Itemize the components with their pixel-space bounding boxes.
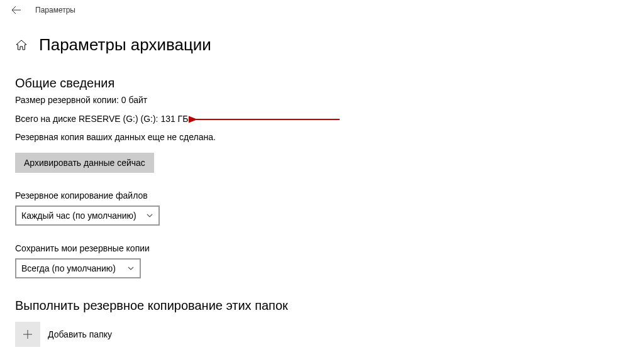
frequency-selected: Каждый час (по умолчанию) — [21, 211, 136, 221]
content-area: Параметры архивации Общие сведения Разме… — [0, 20, 644, 347]
frequency-label: Резервное копирование файлов — [15, 190, 629, 200]
backup-size-text: Размер резервной копии: 0 байт — [15, 94, 629, 107]
window-title: Параметры — [35, 6, 75, 14]
retention-selected: Всегда (по умолчанию) — [21, 263, 116, 273]
back-button[interactable] — [10, 4, 23, 16]
home-button[interactable] — [15, 39, 28, 52]
backup-now-button[interactable]: Архивировать данные сейчас — [15, 153, 154, 173]
page-header: Параметры архивации — [15, 35, 629, 55]
retention-label: Сохранить мои резервные копии — [15, 243, 629, 253]
chevron-down-icon — [127, 265, 135, 272]
add-folder-label: Добавить папку — [48, 329, 112, 339]
add-folder-button[interactable] — [15, 322, 40, 347]
home-icon — [16, 40, 27, 51]
retention-dropdown[interactable]: Всегда (по умолчанию) — [15, 258, 141, 278]
add-folder-row[interactable]: Добавить папку — [15, 322, 629, 347]
plus-icon — [22, 329, 33, 340]
page-title: Параметры архивации — [39, 35, 211, 55]
overview-heading: Общие сведения — [15, 76, 629, 90]
frequency-dropdown[interactable]: Каждый час (по умолчанию) — [15, 206, 160, 226]
titlebar: Параметры — [0, 0, 644, 20]
disk-total-text: Всего на диске RESERVE (G:) (G:): 131 ГБ — [15, 113, 629, 126]
back-arrow-icon — [11, 5, 21, 15]
not-backed-up-text: Резервная копия ваших данных еще не сдел… — [15, 131, 629, 144]
folders-heading: Выполнить резервное копирование этих пап… — [15, 299, 629, 313]
chevron-down-icon — [146, 212, 153, 219]
